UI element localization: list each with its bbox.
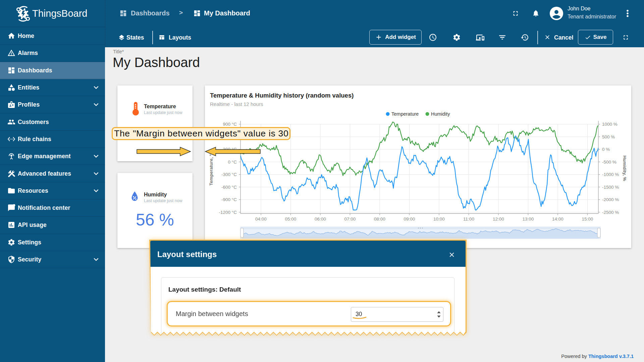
- svg-text:15:00: 15:00: [582, 217, 593, 222]
- svg-text:-500 %: -500 %: [602, 160, 616, 165]
- svg-text:-900 °C: -900 °C: [221, 197, 237, 202]
- svg-text:900 °C: 900 °C: [223, 122, 237, 127]
- svg-text:-1200 °C: -1200 °C: [219, 210, 237, 215]
- svg-text:12:00: 12:00: [493, 217, 504, 222]
- svg-text:-2000 %: -2000 %: [602, 197, 619, 202]
- svg-text:-2500 %: -2500 %: [602, 210, 619, 215]
- svg-text:-600 °C: -600 °C: [221, 185, 237, 190]
- svg-text:0 %: 0 %: [602, 147, 610, 152]
- svg-text:06:00: 06:00: [315, 217, 326, 222]
- svg-text:10:00: 10:00: [433, 217, 445, 222]
- svg-text:-1500 %: -1500 %: [602, 185, 619, 190]
- svg-text:09:00: 09:00: [404, 217, 415, 222]
- svg-text:14:00: 14:00: [552, 217, 564, 222]
- svg-text:04:00: 04:00: [255, 217, 267, 222]
- svg-text:Humidity: Humidity: [431, 111, 450, 117]
- svg-text:Humidity, %: Humidity, %: [622, 156, 627, 181]
- svg-text:08:00: 08:00: [374, 217, 385, 222]
- svg-text:-300 °C: -300 °C: [221, 172, 237, 177]
- svg-text:11:00: 11:00: [463, 217, 474, 222]
- svg-text:07:00: 07:00: [344, 217, 356, 222]
- svg-text:1000 %: 1000 %: [602, 122, 618, 127]
- svg-text:-1000 %: -1000 %: [602, 172, 619, 177]
- svg-text:13:00: 13:00: [523, 217, 534, 222]
- svg-text:500 %: 500 %: [602, 134, 615, 139]
- svg-text:0 °C: 0 °C: [228, 160, 237, 165]
- svg-text:05:00: 05:00: [285, 217, 297, 222]
- svg-text:Temperature: Temperature: [391, 111, 419, 117]
